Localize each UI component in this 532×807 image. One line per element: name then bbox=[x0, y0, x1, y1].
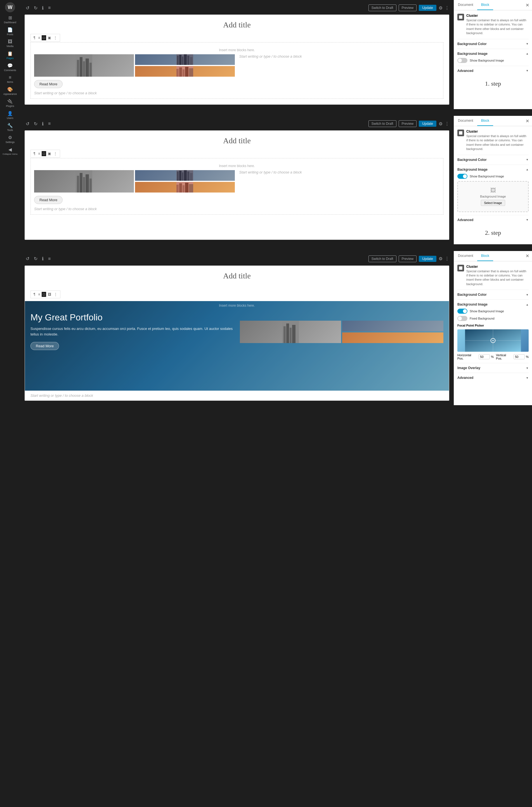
advanced-header-2[interactable]: Advanced ▼ bbox=[457, 218, 529, 222]
paragraph-btn-3[interactable]: ¶ bbox=[33, 292, 36, 297]
redo-button-3[interactable]: ↻ bbox=[33, 255, 39, 262]
sidebar-item-media[interactable]: 🖼 Media bbox=[0, 37, 20, 49]
sidebar-item-plugins[interactable]: 🔌 Plugins bbox=[0, 97, 20, 109]
switch-to-draft-button[interactable]: Switch to Draft bbox=[368, 4, 396, 11]
select-image-btn-2[interactable]: Select Image bbox=[481, 200, 505, 206]
preview-button-2[interactable]: Preview bbox=[399, 120, 417, 127]
image-btn-2[interactable]: ▣ bbox=[47, 151, 52, 156]
tab-block-2[interactable]: Block bbox=[477, 116, 493, 126]
sidebar-item-posts[interactable]: 📄 Posts bbox=[0, 25, 20, 37]
v-pos-input[interactable] bbox=[514, 354, 525, 359]
sidebar-item-items[interactable]: ≡ Items bbox=[0, 73, 20, 85]
paragraph-btn-2[interactable]: ¶ bbox=[33, 151, 36, 156]
panel-close-3[interactable]: ✕ bbox=[523, 251, 532, 261]
image-1[interactable] bbox=[34, 54, 134, 77]
settings-button-3[interactable]: ⚙ bbox=[439, 256, 442, 261]
sidebar-item-dashboard[interactable]: ⊞ Dashboard bbox=[0, 14, 20, 25]
list-view-button[interactable]: ≡ bbox=[47, 5, 52, 11]
page-title-3[interactable]: Add title bbox=[31, 271, 443, 280]
update-button[interactable]: Update bbox=[419, 5, 436, 11]
image-btn[interactable]: ▣ bbox=[47, 35, 52, 40]
bg-image-header-2[interactable]: Background Image ▲ bbox=[457, 168, 529, 171]
read-more-btn-3[interactable]: Read More bbox=[31, 342, 59, 350]
sidebar-item-pages[interactable]: 📋 Pages bbox=[0, 49, 20, 61]
image-overlay-header[interactable]: Image Overlay ▼ bbox=[457, 366, 529, 370]
wp-logo[interactable]: W bbox=[5, 2, 15, 12]
list-view-button-3[interactable]: ≡ bbox=[47, 256, 52, 262]
info-button-3[interactable]: ℹ bbox=[41, 255, 45, 262]
image-3-3[interactable] bbox=[342, 332, 443, 343]
cluster-btn-3[interactable]: □ bbox=[42, 292, 46, 297]
redo-button[interactable]: ↻ bbox=[33, 5, 39, 11]
sidebar-item-comments[interactable]: 💬 Comments bbox=[0, 61, 20, 73]
tab-document-2[interactable]: Document bbox=[454, 116, 477, 126]
read-more-btn-2[interactable]: Read More bbox=[34, 196, 63, 204]
h-pos-input[interactable] bbox=[479, 354, 490, 359]
more-options-button-3[interactable]: ⋮ bbox=[445, 256, 449, 261]
start-writing-3[interactable]: Start writing or type / to choose a bloc… bbox=[31, 393, 443, 398]
image-btn-3[interactable]: 🖼 bbox=[47, 292, 52, 297]
list-btn-3[interactable]: ≡ bbox=[37, 292, 41, 297]
switch-to-draft-button-3[interactable]: Switch to Draft bbox=[368, 255, 396, 262]
fixed-bg-toggle[interactable] bbox=[457, 316, 468, 321]
paragraph-btn[interactable]: ¶ bbox=[33, 35, 36, 40]
info-button[interactable]: ℹ bbox=[41, 5, 45, 11]
advanced-header-1[interactable]: Advanced ▼ bbox=[457, 69, 529, 73]
cluster-btn[interactable]: □ bbox=[42, 35, 46, 40]
more-options-button[interactable]: ⋮ bbox=[445, 5, 449, 11]
start-writing-1[interactable]: Start writing or type / to choose a bloc… bbox=[34, 91, 235, 95]
image-upload-box-2[interactable]: 🖼 Background Image Select Image bbox=[457, 181, 529, 212]
more-btn-2[interactable]: ⋮ bbox=[53, 151, 58, 156]
settings-button[interactable]: ⚙ bbox=[439, 5, 442, 11]
start-writing-right-1[interactable]: Start writing or type / to choose a bloc… bbox=[239, 54, 440, 58]
sidebar-item-users[interactable]: 👤 Users bbox=[0, 109, 20, 121]
tab-document-3[interactable]: Document bbox=[454, 251, 477, 261]
image-2-2[interactable] bbox=[135, 170, 235, 181]
redo-button-2[interactable]: ↻ bbox=[33, 121, 39, 127]
preview-button-3[interactable]: Preview bbox=[399, 255, 417, 262]
sidebar-item-appearance[interactable]: 🎨 Appearance bbox=[0, 85, 20, 97]
show-bg-image-toggle-3[interactable] bbox=[457, 309, 468, 314]
switch-to-draft-button-2[interactable]: Switch to Draft bbox=[368, 120, 396, 127]
update-button-3[interactable]: Update bbox=[419, 256, 436, 262]
page-title-2[interactable]: Add title bbox=[31, 136, 443, 145]
bg-color-header-2[interactable]: Background Color ▼ bbox=[457, 158, 529, 162]
image-3-2[interactable] bbox=[342, 321, 443, 331]
image-2-3[interactable] bbox=[135, 182, 235, 192]
preview-button[interactable]: Preview bbox=[399, 4, 417, 11]
sidebar-item-settings[interactable]: ⚙ Settings bbox=[0, 133, 20, 145]
page-title-1[interactable]: Add title bbox=[31, 20, 443, 30]
read-more-btn-1[interactable]: Read More bbox=[34, 80, 63, 88]
image-3-1[interactable] bbox=[240, 321, 341, 343]
tab-block-3[interactable]: Block bbox=[477, 251, 493, 261]
bg-image-header-3[interactable]: Background Image ▲ bbox=[457, 302, 529, 307]
advanced-header-3[interactable]: Advanced ▼ bbox=[457, 376, 529, 380]
undo-button-2[interactable]: ↺ bbox=[25, 121, 31, 127]
portfolio-title[interactable]: My Great Portfolio bbox=[31, 312, 234, 323]
focal-point-preview[interactable] bbox=[457, 329, 529, 352]
start-writing-right-2[interactable]: Start writing or type / to choose a bloc… bbox=[239, 170, 440, 174]
panel-close-2[interactable]: ✕ bbox=[523, 116, 532, 126]
list-view-button-2[interactable]: ≡ bbox=[47, 121, 52, 127]
update-button-2[interactable]: Update bbox=[419, 121, 436, 127]
list-btn[interactable]: ≡ bbox=[37, 35, 41, 40]
more-btn-3[interactable]: ⋮ bbox=[53, 292, 58, 297]
image-2-1[interactable] bbox=[34, 170, 134, 192]
cluster-btn-2[interactable]: □ bbox=[42, 151, 46, 156]
tab-document-1[interactable]: Document bbox=[454, 0, 477, 10]
show-bg-image-toggle-2[interactable] bbox=[457, 174, 468, 179]
bg-image-header-1[interactable]: Background Image ▲ bbox=[457, 52, 529, 56]
list-btn-2[interactable]: ≡ bbox=[37, 151, 41, 156]
undo-button[interactable]: ↺ bbox=[25, 5, 31, 11]
undo-button-3[interactable]: ↺ bbox=[25, 255, 31, 262]
settings-button-2[interactable]: ⚙ bbox=[439, 121, 442, 127]
sidebar-item-tools[interactable]: 🔧 Tools bbox=[0, 121, 20, 133]
image-3[interactable] bbox=[135, 66, 235, 77]
bg-color-header-3[interactable]: Background Color ▼ bbox=[457, 293, 529, 297]
tab-block-1[interactable]: Block bbox=[477, 0, 493, 10]
start-writing-2[interactable]: Start writing or type / to choose a bloc… bbox=[34, 207, 235, 211]
show-bg-image-toggle[interactable] bbox=[457, 58, 468, 63]
info-button-2[interactable]: ℹ bbox=[41, 121, 45, 127]
panel-close-1[interactable]: ✕ bbox=[523, 0, 532, 10]
more-btn[interactable]: ⋮ bbox=[53, 35, 58, 40]
